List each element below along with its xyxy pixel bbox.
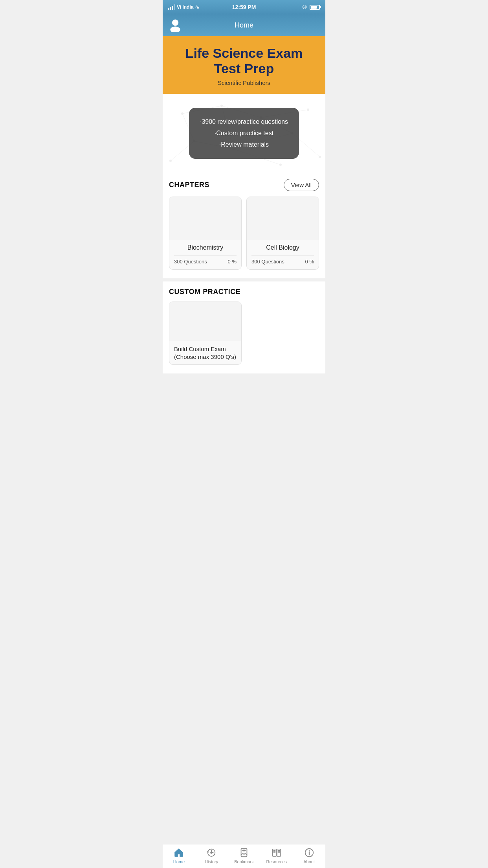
custom-practice-cards-row: Build Custom Exam (Choose max 3900 Q's) (169, 302, 319, 365)
header: Home (163, 14, 325, 36)
battery-fill (311, 6, 317, 9)
feature-item-1: ·3900 review/practice questions (200, 116, 288, 128)
card-questions-biochemistry: 300 Questions (174, 259, 207, 265)
card-percent-cell-biology: 0 % (305, 259, 314, 265)
banner-subtitle: Scientific Publishers (171, 79, 317, 86)
card-image-biochemistry (169, 197, 241, 240)
status-bar: Vi India ∿ 12:59 PM ☹ (163, 0, 325, 14)
carrier-label: Vi India (177, 4, 193, 10)
custom-practice-section: CUSTOM PRACTICE Build Custom Exam (Choos… (163, 278, 325, 373)
card-footer-biochemistry: 300 Questions 0 % (174, 255, 237, 265)
user-profile-button[interactable] (168, 18, 182, 33)
chapters-section-header: CHAPTERS View All (169, 179, 319, 191)
feature-item-3: ·Review materials (200, 139, 288, 151)
signal-bars (168, 4, 175, 10)
card-image-cell-biology (247, 197, 319, 240)
signal-bar-2 (170, 7, 171, 10)
features-card: ·3900 review/practice questions ·Custom … (189, 108, 299, 159)
status-time: 12:59 PM (232, 4, 256, 10)
custom-card-build-exam[interactable]: Build Custom Exam (Choose max 3900 Q's) (169, 302, 242, 365)
card-name-biochemistry: Biochemistry (174, 244, 237, 251)
battery-icon (310, 5, 320, 10)
feature-item-2: ·Custom practice test (200, 128, 288, 139)
chapters-section: CHAPTERS View All Biochemistry 300 Quest… (163, 173, 325, 278)
card-body-cell-biology: Cell Biology 300 Questions 0 % (247, 240, 319, 269)
custom-practice-header: CUSTOM PRACTICE (169, 288, 319, 296)
wifi-icon: ∿ (195, 4, 200, 10)
features-bg: ·3900 review/practice questions ·Custom … (163, 94, 325, 173)
banner-section: Life Science Exam Test Prep Scientific P… (163, 36, 325, 94)
chapters-cards-row: Biochemistry 300 Questions 0 % Cell Biol… (169, 197, 319, 270)
signal-bar-3 (172, 6, 173, 10)
svg-point-0 (172, 19, 178, 26)
user-icon (168, 18, 182, 32)
header-title: Home (235, 21, 253, 29)
status-right: ☹ (302, 4, 320, 10)
features-section: ·3900 review/practice questions ·Custom … (163, 94, 325, 173)
signal-bar-4 (174, 4, 175, 10)
card-body-biochemistry: Biochemistry 300 Questions 0 % (169, 240, 241, 269)
custom-practice-title: CUSTOM PRACTICE (169, 288, 240, 296)
banner-title: Life Science Exam Test Prep (171, 46, 317, 76)
card-name-cell-biology: Cell Biology (251, 244, 314, 251)
svg-point-1 (170, 26, 180, 32)
card-footer-cell-biology: 300 Questions 0 % (251, 255, 314, 265)
custom-card-name: Build Custom Exam (Choose max 3900 Q's) (174, 345, 237, 360)
signal-bar-1 (168, 8, 169, 10)
custom-card-image (169, 302, 241, 341)
custom-card-body: Build Custom Exam (Choose max 3900 Q's) (169, 341, 241, 364)
lock-icon: ☹ (302, 4, 307, 10)
chapters-section-title: CHAPTERS (169, 181, 209, 189)
card-questions-cell-biology: 300 Questions (251, 259, 284, 265)
card-percent-biochemistry: 0 % (228, 259, 237, 265)
chapter-card-biochemistry[interactable]: Biochemistry 300 Questions 0 % (169, 197, 242, 270)
view-all-button[interactable]: View All (284, 179, 319, 191)
chapter-card-cell-biology[interactable]: Cell Biology 300 Questions 0 % (246, 197, 319, 270)
status-left: Vi India ∿ (168, 4, 200, 10)
